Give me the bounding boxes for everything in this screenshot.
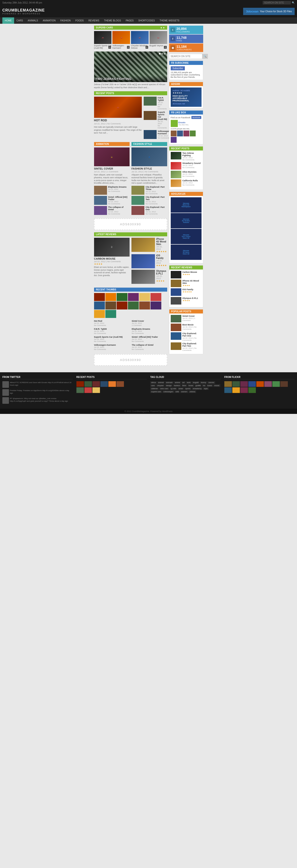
car-item-4[interactable]: 🚗 0 Bugatti Veyron: [150, 31, 167, 49]
sidebar-search-btn[interactable]: 🔍: [202, 54, 208, 59]
flickr-3[interactable]: [240, 381, 248, 387]
search-icon[interactable]: 🔍: [292, 1, 295, 4]
ad-3[interactable]: 3doceanYour ChoiceStock 3D: [171, 229, 202, 244]
nav-theme-widgets[interactable]: THEME WIDGETS: [157, 18, 182, 24]
anim-sub-3[interactable]: The collapse of Sintel Jul 22, 2012 No C…: [94, 206, 130, 215]
tag-art[interactable]: art: [182, 381, 185, 384]
tag-hd[interactable]: hd: [202, 384, 206, 387]
tag-volkswagen[interactable]: volkswagen: [162, 391, 174, 393]
ads-banner-2[interactable]: ADS630X90: [94, 354, 167, 366]
tag-africa[interactable]: africa: [150, 381, 157, 384]
tag-carrots[interactable]: carrots: [207, 381, 215, 384]
fashion-sub-2[interactable]: City Explored: Part Two Jul 22, 2012 No …: [131, 196, 167, 205]
twitter-stat[interactable]: t 20,894 FOLLOWERS: [169, 26, 203, 34]
srp-4[interactable]: California Rolls Jul 22, 2012 No Comment…: [171, 180, 202, 187]
srrev-2[interactable]: iPhone 4S Wood Skin ★★★★: [171, 280, 202, 287]
pp-3[interactable]: City Explored: Part One Jul 22, 2012 | N…: [171, 332, 202, 341]
thumb-11[interactable]: [139, 302, 150, 309]
thumb-9[interactable]: [117, 302, 127, 309]
flickr-6[interactable]: [264, 381, 272, 387]
tag-design[interactable]: design: [165, 384, 173, 387]
tag-foods[interactable]: foods: [188, 384, 194, 387]
footer-thumb-8[interactable]: [84, 387, 92, 393]
nav-animals[interactable]: ANIMALS: [25, 18, 40, 24]
thumb-8[interactable]: [106, 302, 116, 309]
ads-banner-1[interactable]: ADS630X90: [94, 218, 167, 230]
thumb-3[interactable]: [117, 293, 127, 301]
facebook-stat[interactable]: f 11,748 FANS: [169, 35, 203, 43]
thumb-13[interactable]: [94, 310, 105, 318]
footer-thumb-6[interactable]: [116, 381, 124, 387]
flickr-11[interactable]: [240, 387, 248, 393]
flickr-8[interactable]: [280, 381, 288, 387]
srrev-4[interactable]: Olympus E-PL1 ★★★★: [171, 297, 202, 305]
pp-2[interactable]: Best Movie Jul 16, 2012 | No Comments: [171, 323, 202, 331]
tag-women[interactable]: women: [180, 391, 188, 393]
nav-fashion[interactable]: FASHION: [58, 18, 73, 24]
flickr-4[interactable]: [248, 381, 256, 387]
tag-sports[interactable]: sports: [184, 387, 191, 390]
tag-cars[interactable]: cars: [150, 384, 156, 387]
footer-thumb-7[interactable]: [77, 387, 84, 393]
tag-rolls[interactable]: rg rolls: [170, 387, 177, 390]
pp-4[interactable]: City Explored: Part Two Jul 22, 2012 | N…: [171, 342, 202, 351]
tag-graffiti[interactable]: graffiti: [195, 384, 202, 387]
top-search-input[interactable]: [263, 1, 291, 4]
dot-3[interactable]: [164, 53, 165, 55]
anim-sub-1[interactable]: Elephants Dreams Jul 22, 2012 No Comment…: [94, 186, 130, 195]
car-item-2[interactable]: 🚗 0 Volkswagen-Karmann: [112, 31, 130, 49]
footer-thumb-2[interactable]: [84, 381, 92, 387]
tag-chrysler[interactable]: chrysler: [156, 384, 165, 387]
dot-1[interactable]: [159, 53, 160, 55]
tag-wild[interactable]: wild: [175, 391, 180, 393]
tag-flickr[interactable]: flickr: [182, 384, 187, 387]
tag-fashion[interactable]: fashion: [173, 384, 181, 387]
car-item-1[interactable]: 🚗 0 Superb Sports Car (Audi R8): [94, 31, 112, 49]
top-search-area[interactable]: 🔍: [263, 1, 295, 4]
header-banner[interactable]: 3docean Your Choice for Stock 3D Files: [243, 8, 295, 15]
tag-strawberry[interactable]: strawberry: [192, 387, 203, 390]
ad-2[interactable]: 3docean3D Models,Textures: [171, 213, 202, 228]
flickr-1[interactable]: [224, 381, 232, 387]
review-olympus[interactable]: Olympus E-PL1 Jul 22, 2012 ★★★★: [131, 270, 167, 284]
nav-pages[interactable]: PAGES: [123, 18, 136, 24]
review-iphone[interactable]: iPhone 4S Wood Skin Jul 22, 2012 ★★★★★: [131, 238, 167, 253]
nav-theme-blogs[interactable]: THEME BLOGS: [101, 18, 123, 24]
thumb-10[interactable]: [128, 302, 139, 309]
tag-style[interactable]: style: [203, 387, 209, 390]
side-post-1[interactable]: F.M.R. Tg500 Jul 22, 2012 No Comments: [144, 97, 167, 110]
footer-thumb-9[interactable]: [92, 387, 100, 393]
dot-2[interactable]: [161, 53, 163, 55]
tag-zebras[interactable]: zebras: [188, 391, 196, 393]
ads300-box[interactable]: ADS300 realistic 3d models ★★★★★ HIGH QU…: [169, 82, 203, 108]
fashion-sub-3[interactable]: City Explored: Part One Jul 22, 2012 No …: [131, 206, 167, 215]
ad-4[interactable]: 3docean3D ItemsStock 3D: [171, 245, 202, 260]
flickr-7[interactable]: [272, 381, 280, 387]
footer-thumb-1[interactable]: [77, 381, 84, 387]
flickr-5[interactable]: [256, 381, 264, 387]
srp-3[interactable]: Olive Bunnies Jul 22, 2012 No Comments: [171, 171, 202, 178]
thumb-4[interactable]: [128, 293, 139, 301]
tag-animal[interactable]: animal: [157, 381, 165, 384]
nav-home[interactable]: HOME: [2, 18, 14, 24]
srp-1[interactable]: Two Zebras Fighting Jul 22, 2012 No Comm…: [171, 152, 202, 161]
tag-superb-cars[interactable]: superb cars: [150, 391, 162, 393]
nav-animation[interactable]: ANIMATION: [40, 18, 58, 24]
review-ios[interactable]: iOS Family Jul 22, 2012 ★★★★★: [131, 254, 167, 268]
nav-arrows[interactable]: ◄ ►: [160, 26, 165, 29]
sidebar-search-input[interactable]: [169, 54, 202, 59]
thumb-5[interactable]: [139, 293, 150, 301]
side-post-2[interactable]: Superb Sports Car (Audi R8) Jul 22, 2012…: [144, 111, 167, 129]
nav-shortcodes[interactable]: SHORTCODES: [136, 18, 157, 24]
flickr-10[interactable]: [232, 387, 240, 393]
car-item-3[interactable]: 🚗 0 Chrysler Windsor Deluxe: [131, 31, 149, 49]
flickr-12[interactable]: [248, 387, 256, 393]
flickr-9[interactable]: [224, 387, 232, 393]
tag-bunny[interactable]: bunny: [200, 381, 207, 384]
thumb-6[interactable]: [150, 293, 161, 301]
tag-auto[interactable]: auto: [186, 381, 191, 384]
tag-oldtimer[interactable]: oldtimer: [150, 387, 159, 390]
flickr-2[interactable]: [232, 381, 240, 387]
thumb-1[interactable]: [94, 293, 105, 301]
nav-cars[interactable]: CARS: [14, 18, 25, 24]
